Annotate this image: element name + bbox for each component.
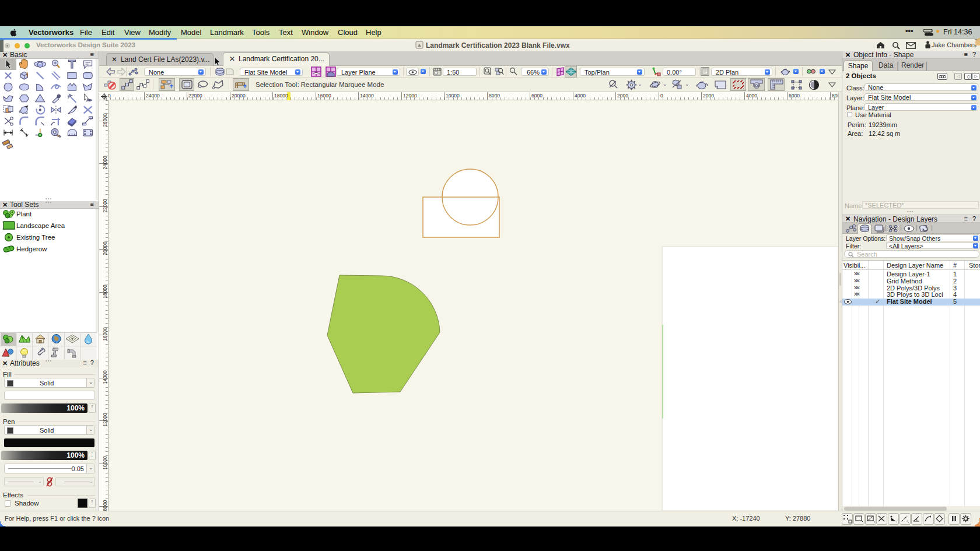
svg-text:Landscape Area: Landscape Area: [16, 222, 65, 229]
svg-text:Plant: Plant: [16, 210, 32, 217]
svg-text:Existing Tree: Existing Tree: [16, 234, 55, 241]
svg-text:Hedgerow: Hedgerow: [16, 245, 47, 252]
